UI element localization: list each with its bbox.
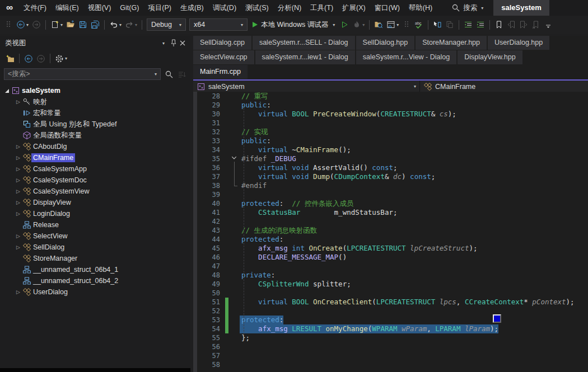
tree-item--unnamed-struct-06b4-2[interactable]: __unnamed_struct_06b4_2: [0, 275, 190, 286]
search-input[interactable]: [8, 70, 153, 78]
code-editor[interactable]: 28// 重写29public:30 virtual BOOL PreCreat…: [193, 92, 588, 372]
chevron-down-icon[interactable]: ▾: [155, 72, 157, 77]
play-outline-button[interactable]: [338, 19, 351, 30]
platform-select[interactable]: x64▾: [189, 18, 248, 31]
horizontal-scrollbar[interactable]: [0, 366, 190, 372]
expander-closed-icon[interactable]: ▷: [14, 233, 22, 239]
tree-item--[interactable]: 宏和常量: [0, 107, 190, 119]
undo-button[interactable]: ▾: [108, 19, 123, 30]
code-text[interactable]: [240, 217, 241, 226]
type-scope-dropdown[interactable]: CMainFrame: [420, 81, 588, 92]
menu-视图v[interactable]: 视图(V): [83, 0, 116, 16]
code-text[interactable]: virtual BOOL OnCreateClient(LPCREATESTRU…: [240, 298, 575, 307]
code-text[interactable]: DECLARE_MESSAGE_MAP(): [240, 253, 347, 262]
expander-closed-icon[interactable]: ▷: [14, 177, 22, 183]
tree-item--[interactable]: ▷映射: [0, 96, 190, 107]
tree-item-caboutdlg[interactable]: ▷CAboutDlg: [0, 141, 190, 152]
expander-closed-icon[interactable]: ▷: [14, 289, 22, 295]
tree-item-csalesystemapp[interactable]: ▷CsaleSystemApp: [0, 163, 190, 175]
code-text[interactable]: };: [240, 333, 250, 342]
code-text[interactable]: protected: // 控件条嵌入成员: [240, 199, 353, 208]
code-text[interactable]: [240, 351, 241, 360]
tab-salesystem.r...sell-dialog[interactable]: saleSystem.r...SELL - Dialog: [253, 36, 355, 50]
expander-closed-icon[interactable]: ▷: [14, 99, 22, 105]
code-text[interactable]: afx_msg LRESULT onMyChange(WPARAM wParam…: [240, 324, 498, 333]
new-item-button[interactable]: ▾: [49, 19, 64, 30]
tab-salesystem.r...iew1-dialog[interactable]: saleSystem.r...iew1 - Dialog: [255, 50, 355, 64]
configuration-select[interactable]: Debug▾: [147, 18, 186, 31]
tree-item--unnamed-struct-06b4-1[interactable]: __unnamed_struct_06b4_1: [0, 264, 190, 275]
code-text[interactable]: afx_msg int OnCreate(LPCREATESTRUCT lpCr…: [240, 244, 478, 253]
code-text[interactable]: virtual ~CMainFrame();: [240, 145, 351, 154]
redo-button[interactable]: ▾: [123, 19, 139, 30]
nav-forward-button[interactable]: [35, 53, 47, 64]
pin-icon[interactable]: [169, 39, 178, 48]
overflow-button[interactable]: [542, 19, 554, 30]
tab-displayview.hpp[interactable]: DisplayView.hpp: [458, 50, 522, 64]
expander-closed-icon[interactable]: ▷: [14, 144, 22, 149]
bookmark-prev-button[interactable]: [505, 19, 517, 30]
new-folder-button[interactable]: [4, 53, 16, 64]
tree-item-selectview[interactable]: ▷SelectView: [0, 230, 190, 242]
insert-cursor-button[interactable]: [431, 19, 444, 30]
expander-closed-icon[interactable]: ▷: [14, 200, 22, 205]
menu-文件f[interactable]: 文件(F): [19, 0, 51, 16]
code-text[interactable]: virtual void AssertValid() const;: [240, 163, 398, 172]
class-view-searchbox[interactable]: ▾: [4, 68, 161, 80]
code-text[interactable]: [240, 289, 241, 298]
save-all-button[interactable]: [89, 19, 101, 30]
menu-编辑e[interactable]: 编辑(E): [51, 0, 83, 16]
code-text[interactable]: private:: [240, 271, 275, 280]
start-debugging-button[interactable]: 本地 Windows 调试器▾: [249, 19, 338, 31]
spell-check-button[interactable]: abc: [413, 19, 425, 30]
code-text[interactable]: [240, 342, 241, 351]
tree-item-storemanager[interactable]: StoreManager: [0, 253, 190, 264]
tree-item-selldialog[interactable]: ▷SellDialog: [0, 242, 190, 253]
menu-工具t[interactable]: 工具(T): [306, 0, 338, 16]
code-text[interactable]: [240, 190, 241, 199]
find-in-files-button[interactable]: [372, 19, 385, 30]
expander-closed-icon[interactable]: ▷: [14, 166, 22, 172]
code-text[interactable]: // 重写: [240, 92, 268, 101]
expander-open-icon[interactable]: [3, 89, 11, 93]
tree-item-salesystem[interactable]: saleSystem: [0, 85, 190, 96]
tree-item-userdialog[interactable]: ▷UserDialog: [0, 286, 190, 298]
tab-mainfrm.cpp[interactable]: MainFrm.cpp: [193, 65, 248, 79]
menu-分析n[interactable]: 分析(N): [273, 0, 306, 16]
hot-reload-button[interactable]: ▾: [351, 19, 366, 30]
bookmark-next-button[interactable]: [517, 19, 530, 30]
tab-selldialog.hpp[interactable]: SellDialog.hpp: [356, 36, 415, 50]
paste-button[interactable]: [444, 19, 456, 30]
tree-item-logindialog[interactable]: ▷LoginDialog: [0, 208, 190, 219]
tab-salesystem.r...view-dialog[interactable]: saleSystem.r...View - Dialog: [356, 50, 456, 64]
tree-item-csalesystemdoc[interactable]: ▷CsaleSystemDoc: [0, 175, 190, 186]
window-layout-button[interactable]: ▾: [385, 19, 400, 30]
code-text[interactable]: [240, 119, 241, 128]
code-text[interactable]: [240, 307, 241, 316]
menu-项目p[interactable]: 项目(P): [143, 0, 176, 16]
code-text[interactable]: protected:: [240, 316, 283, 324]
bookmark-clear-button[interactable]: [530, 19, 542, 30]
expander-closed-icon[interactable]: ▷: [14, 155, 22, 161]
tree-item-cmainframe[interactable]: ▷CMainFrame: [0, 152, 190, 163]
tree-item--[interactable]: 全局函数和变量: [0, 130, 190, 141]
code-text[interactable]: [240, 360, 241, 369]
project-scope-dropdown[interactable]: saleSystem ▾: [193, 81, 420, 92]
code-text[interactable]: CStatusBar m_wndStatusBar;: [240, 208, 397, 217]
code-text[interactable]: virtual void Dump(CDumpContext& dc) cons…: [240, 172, 435, 181]
code-text[interactable]: public:: [240, 136, 271, 145]
tree-item-csalesystemview[interactable]: ▷CsaleSystemView: [0, 186, 190, 197]
tab-selectview.cpp[interactable]: SelectView.cpp: [193, 50, 254, 64]
title-search[interactable]: 搜索 ▾: [451, 3, 483, 13]
menu-gitg[interactable]: Git(G): [115, 0, 143, 16]
tree-item-release[interactable]: Release: [0, 219, 190, 230]
expander-closed-icon[interactable]: ▷: [14, 189, 22, 194]
expander-closed-icon[interactable]: ▷: [14, 244, 22, 250]
window-position-icon[interactable]: ▾: [158, 41, 169, 46]
menu-窗口w[interactable]: 窗口(W): [370, 0, 404, 16]
tab-selldialog.cpp[interactable]: SellDialog.cpp: [193, 36, 251, 50]
code-text[interactable]: // 生成的消息映射函数: [240, 226, 317, 235]
code-text[interactable]: #ifdef _DEBUG: [240, 154, 296, 163]
menu-扩展x[interactable]: 扩展(X): [338, 0, 370, 16]
bookmark-button[interactable]: [493, 19, 505, 30]
